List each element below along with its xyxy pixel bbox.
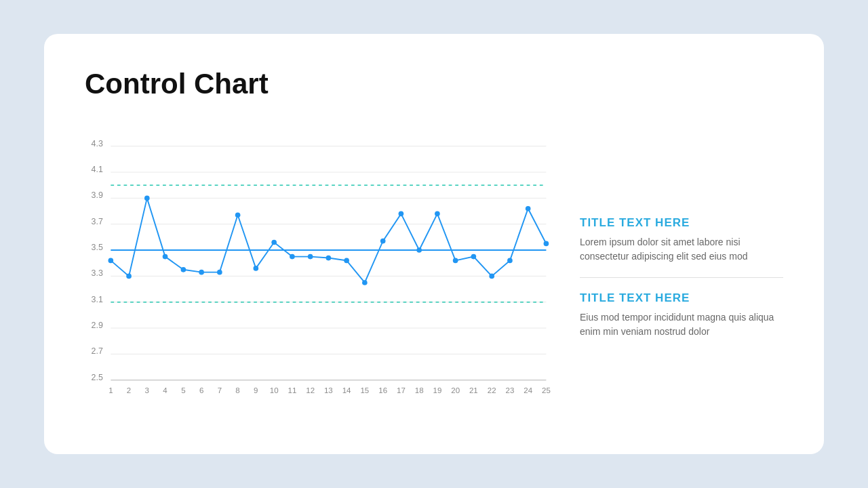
svg-point-44 [489, 274, 494, 279]
svg-text:24: 24 [524, 386, 532, 394]
svg-text:14: 14 [342, 386, 351, 394]
side-panel: TITLE TEXT HERE Lorem ipsum dolor sit am… [580, 121, 783, 420]
svg-text:2.5: 2.5 [92, 373, 103, 382]
svg-text:2.7: 2.7 [92, 346, 103, 356]
svg-point-25 [144, 196, 150, 201]
svg-text:5: 5 [181, 386, 185, 394]
svg-text:22: 22 [488, 386, 496, 394]
content-area: 4.3 4.1 3.9 3.7 3.5 3.3 3.1 2.9 2.7 2.5 [85, 121, 783, 420]
side-item-2-text: Eius mod tempor incididunt magna quis al… [580, 310, 783, 339]
svg-text:4.3: 4.3 [92, 139, 103, 148]
svg-text:3: 3 [145, 386, 149, 394]
side-item-2: TITLE TEXT HERE Eius mod tempor incididu… [580, 278, 783, 352]
svg-text:12: 12 [306, 386, 315, 394]
svg-text:7: 7 [218, 386, 222, 394]
svg-text:18: 18 [415, 386, 424, 394]
chart-area: 4.3 4.1 3.9 3.7 3.5 3.3 3.1 2.9 2.7 2.5 [85, 121, 553, 420]
side-item-1-title: TITLE TEXT HERE [580, 216, 783, 230]
svg-text:2: 2 [127, 386, 131, 394]
main-card: Control Chart 4.3 4.1 3.9 3.7 3.5 3.3 3.… [44, 34, 824, 454]
svg-text:17: 17 [397, 386, 406, 394]
page-title: Control Chart [85, 68, 783, 100]
svg-text:3.3: 3.3 [92, 268, 103, 278]
side-item-2-title: TITLE TEXT HERE [580, 291, 783, 305]
side-item-1-text: Lorem ipsum dolor sit amet labore nisi c… [580, 235, 783, 264]
svg-point-38 [380, 239, 386, 244]
svg-text:1: 1 [108, 386, 113, 394]
svg-text:16: 16 [378, 386, 387, 394]
svg-point-35 [326, 256, 332, 261]
svg-point-30 [235, 212, 241, 218]
svg-point-40 [416, 247, 422, 253]
svg-text:4.1: 4.1 [92, 165, 103, 174]
svg-point-42 [453, 258, 458, 264]
svg-point-37 [362, 280, 368, 285]
svg-text:10: 10 [270, 386, 279, 394]
svg-text:20: 20 [451, 386, 460, 394]
svg-text:23: 23 [506, 386, 515, 394]
side-item-1: TITLE TEXT HERE Lorem ipsum dolor sit am… [580, 203, 783, 278]
svg-point-32 [271, 240, 277, 245]
svg-point-45 [507, 258, 513, 264]
svg-text:6: 6 [199, 386, 203, 394]
svg-point-46 [526, 206, 531, 211]
svg-point-28 [199, 270, 204, 275]
svg-point-24 [126, 274, 132, 279]
svg-text:15: 15 [360, 386, 369, 394]
svg-text:3.5: 3.5 [92, 243, 103, 252]
svg-point-39 [399, 211, 404, 217]
svg-point-31 [253, 266, 258, 271]
svg-text:25: 25 [542, 386, 551, 394]
svg-point-23 [108, 258, 114, 264]
svg-text:2.9: 2.9 [92, 321, 103, 330]
svg-point-34 [308, 254, 313, 260]
svg-text:19: 19 [433, 386, 441, 394]
svg-point-36 [344, 258, 349, 264]
svg-text:8: 8 [235, 386, 239, 394]
svg-point-47 [544, 241, 549, 247]
svg-text:11: 11 [288, 386, 297, 394]
control-chart-svg: 4.3 4.1 3.9 3.7 3.5 3.3 3.1 2.9 2.7 2.5 [85, 121, 553, 412]
svg-text:9: 9 [254, 386, 258, 394]
svg-point-41 [435, 211, 440, 217]
svg-point-26 [163, 254, 168, 260]
svg-text:3.9: 3.9 [92, 190, 103, 200]
svg-text:3.7: 3.7 [92, 217, 103, 226]
svg-text:4: 4 [163, 386, 167, 394]
svg-text:3.1: 3.1 [92, 295, 103, 304]
svg-point-29 [217, 270, 222, 275]
svg-point-43 [471, 254, 477, 260]
svg-text:13: 13 [324, 386, 333, 394]
svg-text:21: 21 [469, 386, 478, 394]
svg-point-27 [181, 267, 186, 272]
svg-point-33 [290, 254, 295, 260]
